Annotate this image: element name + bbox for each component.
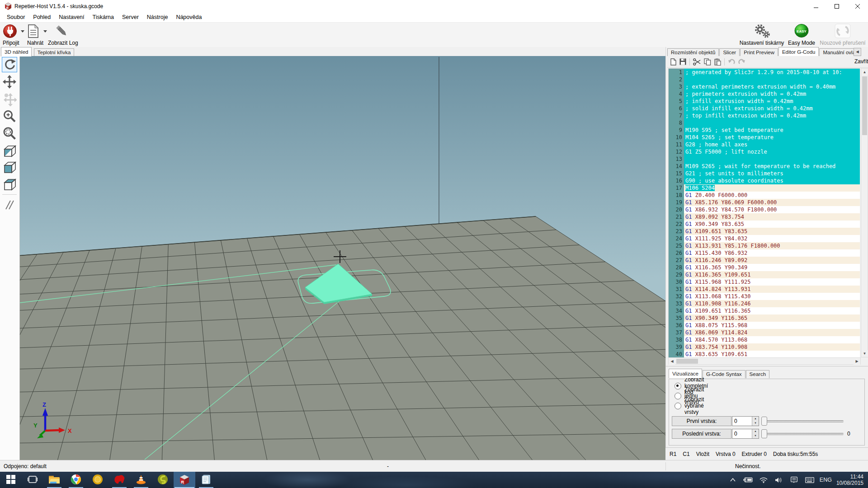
code-line[interactable]: 25G1 X113.931 Y85.176 F1800.000 xyxy=(669,242,860,249)
code-line[interactable]: 20G1 X86.932 Y84.570 F1800.000 xyxy=(669,206,860,213)
code-line[interactable]: 11G28 ; home all axes xyxy=(669,141,860,148)
parallel-projection-button[interactable] xyxy=(2,197,17,212)
language-indicator[interactable]: ENG xyxy=(820,477,832,483)
load-dropdown-caret[interactable] xyxy=(43,30,47,33)
tab-temperature-curve[interactable]: Teplotní křivka xyxy=(34,48,75,56)
menu-item-n-stroje[interactable]: Nástroje xyxy=(143,12,172,23)
code-line[interactable]: 22G1 X90.349 Y83.635 xyxy=(669,221,860,228)
code-line[interactable]: 14M109 S265 ; wait for temperature to be… xyxy=(669,163,860,170)
zoom-in-button[interactable] xyxy=(2,108,17,124)
tab-slicer[interactable]: Slicer xyxy=(719,48,740,56)
code-line[interactable]: 7; top infill extrusion width = 0.42mm xyxy=(669,112,860,119)
maximize-button[interactable] xyxy=(826,0,847,12)
code-line[interactable]: 19G1 X85.176 Y86.069 F6000.000 xyxy=(669,199,860,206)
editor-horizontal-scrollbar[interactable]: ◀ ▶ xyxy=(668,357,861,365)
code-line[interactable]: 6; solid infill extrusion width = 0.42mm xyxy=(669,105,860,112)
connect-dropdown-caret[interactable] xyxy=(21,30,24,33)
save-icon[interactable] xyxy=(679,58,686,65)
taskbar-red-app-app[interactable] xyxy=(108,472,130,488)
taskbar-file-explorer-app[interactable] xyxy=(43,472,65,488)
taskbar-repetier-host-app[interactable]: R xyxy=(174,472,195,488)
code-line[interactable]: 5; infill extrusion width = 0.42mm xyxy=(669,98,860,105)
last-layer-button[interactable]: Poslední vrstva: xyxy=(672,429,731,439)
close-button[interactable] xyxy=(847,0,868,12)
menu-item-soubor[interactable]: Soubor xyxy=(3,12,29,23)
copy-icon[interactable] xyxy=(704,58,711,66)
cut-icon[interactable] xyxy=(693,58,701,66)
taskbar-chrome-app[interactable] xyxy=(65,472,87,488)
gcode-editor[interactable]: 1; generated by Slic3r 1.2.9 on 2015-08-… xyxy=(668,68,860,357)
taskbar-gold-app-app[interactable] xyxy=(87,472,108,488)
code-line[interactable]: 40G1 X83.635 Y109.651 xyxy=(669,351,860,357)
tab-scroll-left-icon[interactable]: ◀ xyxy=(854,48,861,56)
menu-item-nastaven[interactable]: Nastavení xyxy=(55,12,88,23)
isometric-view-button[interactable] xyxy=(2,144,17,159)
spin-up-icon[interactable]: ▲ xyxy=(752,417,759,421)
minimize-button[interactable] xyxy=(806,0,826,12)
tab-print-preview[interactable]: Print Preview xyxy=(740,48,778,56)
new-file-icon[interactable] xyxy=(670,58,676,66)
easy-mode-button[interactable]: EASY Easy Mode xyxy=(787,23,816,46)
viz-tab-g-code-syntax[interactable]: G-Code Syntax xyxy=(703,370,745,378)
front-view-button[interactable] xyxy=(2,160,17,175)
action-center-icon[interactable] xyxy=(789,472,800,488)
taskbar-vlc-app[interactable] xyxy=(130,472,152,488)
spin-down-icon[interactable]: ▼ xyxy=(752,434,759,438)
taskbar-green-app-app[interactable] xyxy=(152,472,174,488)
last-layer-slider-thumb[interactable] xyxy=(761,429,767,438)
battery-icon[interactable] xyxy=(743,472,754,488)
code-line[interactable]: 21G1 X89.092 Y83.754 xyxy=(669,213,860,221)
taskbar-notepad-app[interactable] xyxy=(195,472,217,488)
code-line[interactable]: 39G1 X83.754 Y110.908 xyxy=(669,343,860,351)
last-layer-slider[interactable] xyxy=(763,433,844,435)
scroll-down-icon[interactable]: ▼ xyxy=(861,350,868,357)
move-view-button[interactable] xyxy=(2,74,17,89)
viz-tab-vizualizace[interactable]: Vizualizace xyxy=(669,369,702,378)
code-line[interactable]: 32G1 X113.068 Y115.430 xyxy=(669,293,860,300)
radio-zobrazit-vybran-vrstvy[interactable]: Zobrazit vybrané vrstvy xyxy=(675,402,704,409)
radio-button-icon[interactable] xyxy=(675,393,681,399)
code-line[interactable]: 35G1 X90.349 Y116.365 xyxy=(669,314,860,322)
code-line[interactable]: 3; external perimeters extrusion width =… xyxy=(669,83,860,90)
scroll-left-icon[interactable]: ◀ xyxy=(669,358,675,365)
scroll-up-icon[interactable]: ▲ xyxy=(861,69,868,75)
code-line[interactable]: 24G1 X111.925 Y84.032 xyxy=(669,235,860,242)
code-line[interactable]: 23G1 X109.651 Y83.635 xyxy=(669,228,860,235)
code-line[interactable]: 15G21 ; set units to millimeters xyxy=(669,170,860,177)
radio-button-icon[interactable] xyxy=(675,403,681,409)
code-line[interactable]: 10M104 S265 ; set temperature xyxy=(669,134,860,141)
paste-icon[interactable] xyxy=(714,58,721,66)
code-line[interactable]: 13 xyxy=(669,155,860,163)
spin-down-icon[interactable]: ▼ xyxy=(752,421,759,426)
code-line[interactable]: 31G1 X114.824 Y113.931 xyxy=(669,286,860,293)
scroll-right-icon[interactable]: ▶ xyxy=(854,358,860,365)
code-line[interactable]: 27G1 X116.246 Y89.092 xyxy=(669,257,860,264)
taskbar-task-view-button[interactable] xyxy=(22,472,43,488)
code-line[interactable]: 33G1 X110.908 Y116.246 xyxy=(669,300,860,307)
menu-item-server[interactable]: Server xyxy=(118,12,143,23)
editor-close-button[interactable]: Zavřít xyxy=(854,58,868,65)
first-layer-slider[interactable] xyxy=(763,420,844,422)
wifi-icon[interactable] xyxy=(758,472,769,488)
code-line[interactable]: 1; generated by Slic3r 1.2.9 on 2015-08-… xyxy=(669,69,860,76)
viz-tab-search[interactable]: Search xyxy=(746,370,769,378)
3d-viewport-scene[interactable]: YZX xyxy=(20,56,665,460)
tab-3d-view[interactable]: 3D náhled xyxy=(1,47,32,56)
code-line[interactable]: 28G1 X116.365 Y90.349 xyxy=(669,264,860,271)
zoom-fit-button[interactable] xyxy=(2,126,17,141)
code-line[interactable]: 29G1 X116.365 Y109.651 xyxy=(669,271,860,278)
tab-editor-g-codu[interactable]: Editor G-Codu xyxy=(778,47,819,56)
clock[interactable]: 11:4410/08/2015 xyxy=(836,474,867,486)
code-line[interactable]: 2 xyxy=(669,76,860,83)
tab-rozm-st-n-objekt[interactable]: Rozmístění objektů xyxy=(667,48,719,56)
first-layer-value[interactable]: 0 xyxy=(734,418,737,424)
last-layer-spinner[interactable]: 0 ▲▼ xyxy=(732,429,759,439)
code-line[interactable]: 16G90 ; use absolute coordinates xyxy=(669,177,860,184)
first-layer-button[interactable]: První vrstva: xyxy=(672,416,731,426)
menu-item-tisk-rna[interactable]: Tiskárna xyxy=(89,12,118,23)
menu-item-pohled[interactable]: Pohled xyxy=(29,12,55,23)
first-layer-slider-thumb[interactable] xyxy=(761,417,767,426)
load-button[interactable]: Nahrát xyxy=(27,23,48,46)
radio-button-icon[interactable] xyxy=(675,383,681,389)
editor-vertical-scrollbar[interactable]: ▲ ▼ xyxy=(861,68,868,357)
